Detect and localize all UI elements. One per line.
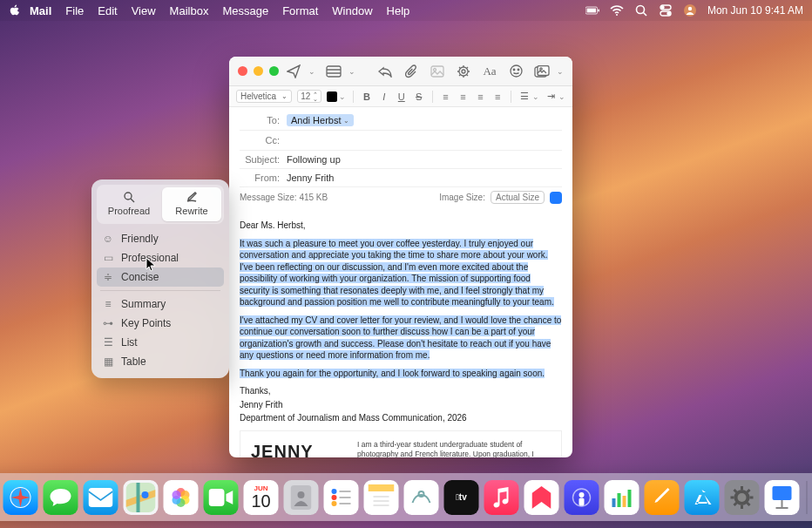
list-button[interactable]: ☰ [518,91,531,102]
user-icon[interactable] [683,3,697,17]
align-justify-button[interactable]: ≡ [491,91,504,102]
svg-point-45 [332,489,337,494]
dock-photos[interactable] [164,480,199,515]
transform-table[interactable]: ▦Table [97,352,224,371]
indent-caret[interactable]: ⌄ [558,92,565,101]
align-left-button[interactable]: ≡ [440,91,452,102]
minimize-button[interactable] [254,66,263,76]
dock-maps[interactable] [124,480,159,515]
subject-field[interactable]: Following up [287,154,341,165]
send-menu-caret[interactable]: ⌄ [308,67,315,76]
menu-mailbox[interactable]: Mailbox [170,4,209,17]
header-fields-icon[interactable] [326,64,342,79]
dock-podcasts[interactable] [565,480,599,515]
dock-reminders[interactable] [324,480,359,515]
strike-button[interactable]: S [413,91,425,102]
cc-field[interactable] [287,134,562,146]
align-center-button[interactable]: ≡ [457,91,470,102]
rewrite-concise[interactable]: ≑Concise [97,267,224,287]
dock-stocks[interactable] [605,480,639,515]
dock-contacts[interactable] [284,480,319,515]
battery-icon[interactable] [585,3,599,17]
dock-notes[interactable] [364,480,399,515]
font-size-select[interactable]: 12⌃⌄ [297,90,321,103]
dock-facetime[interactable] [204,480,239,515]
tab-rewrite[interactable]: Rewrite [162,187,221,221]
menu-view[interactable]: View [132,4,156,17]
align-right-button[interactable]: ≡ [474,91,486,102]
close-button[interactable] [238,66,247,76]
menu-format[interactable]: Format [282,4,318,17]
dock-mail[interactable] [84,480,118,515]
dock-calendar[interactable]: JUN10 [244,480,279,515]
dock-pages[interactable] [645,480,680,515]
compose-window: ⌄ ⌄ Aa ⌄ Helvetica⌄ 12⌃⌄ ⌄ B I U S ≡ ≡ ≡… [229,57,572,457]
color-caret[interactable]: ⌄ [339,92,346,101]
menu-app[interactable]: Mail [30,4,51,17]
menu-help[interactable]: Help [387,4,410,17]
dock-settings[interactable] [725,480,760,515]
menu-file[interactable]: File [65,4,84,17]
body-signoff: Thanks, [240,385,562,397]
lines-icon: ≡ [102,298,114,310]
dock-news[interactable] [524,480,559,515]
cc-label: Cc: [240,135,280,146]
writing-tools-icon[interactable] [456,64,471,79]
zoom-button[interactable] [269,66,279,76]
menu-message[interactable]: Message [222,4,268,17]
rewrite-friendly[interactable]: ☺Friendly [97,229,224,248]
search-icon[interactable] [634,3,648,17]
dock-freeform[interactable] [404,480,439,515]
attach-icon[interactable] [403,64,419,79]
image-size-stepper[interactable] [550,192,562,204]
table-icon: ▦ [102,355,114,368]
photo-browser-caret[interactable]: ⌄ [557,67,564,76]
body-p2: I've attached my CV and cover letter for… [240,315,561,361]
attachment-preview[interactable]: JENNY FRITH I am a third-year student un… [240,430,562,458]
underline-button[interactable]: U [396,91,408,102]
svg-point-41 [173,491,181,499]
transform-summary[interactable]: ≡Summary [97,294,224,314]
dock-music[interactable] [484,480,519,515]
image-size-select[interactable]: Actual Size [491,191,545,204]
menubar-clock[interactable]: Mon Jun 10 9:41 AM [707,4,803,17]
format-icon[interactable]: Aa [482,64,497,79]
italic-button[interactable]: I [378,91,390,102]
send-icon[interactable] [286,64,301,79]
cursor-icon [145,258,158,274]
dock-keynote[interactable] [765,480,800,515]
list-caret[interactable]: ⌄ [532,92,539,101]
msg-size-label: Message Size: [240,193,297,202]
tab-proofread[interactable]: Proofread [99,187,159,221]
photo-browser-icon[interactable] [534,64,550,79]
writing-tools-popover: Proofread Rewrite ☺Friendly ▭Professiona… [91,179,229,378]
emoji-icon[interactable] [508,64,524,79]
svg-rect-12 [327,66,341,77]
font-select[interactable]: Helvetica⌄ [236,90,292,103]
header-menu-caret[interactable]: ⌄ [348,67,355,76]
wifi-icon[interactable] [610,3,624,17]
menu-window[interactable]: Window [332,4,372,17]
rewrite-professional[interactable]: ▭Professional [97,248,224,267]
transform-list[interactable]: ☰List [97,333,224,352]
menu-edit[interactable]: Edit [98,4,117,17]
apple-logo-icon[interactable] [9,4,21,17]
dock-safari[interactable] [3,480,38,515]
to-recipient-token[interactable]: Andi Herbst⌄ [287,114,354,126]
indent-button[interactable]: ⇥ [545,91,557,102]
reply-icon[interactable] [377,64,393,79]
photo-icon[interactable] [430,64,445,79]
control-center-icon[interactable] [659,3,673,17]
svg-point-21 [518,69,519,71]
message-body[interactable]: Dear Ms. Herbst, It was such a pleasure … [229,214,572,457]
from-field[interactable]: Jenny Frith [287,173,334,183]
body-greeting: Dear Ms. Herbst, [240,220,562,232]
bold-button[interactable]: B [361,91,373,102]
attachment-name1: JENNY [251,440,347,458]
dock-appstore[interactable] [685,480,720,515]
text-color-swatch[interactable] [327,91,337,102]
transform-keypoints[interactable]: ⊶Key Points [97,314,224,333]
msg-size-value: 415 KB [299,193,328,202]
dock-messages[interactable] [44,480,78,515]
dock-tv[interactable]: tv [444,480,479,515]
